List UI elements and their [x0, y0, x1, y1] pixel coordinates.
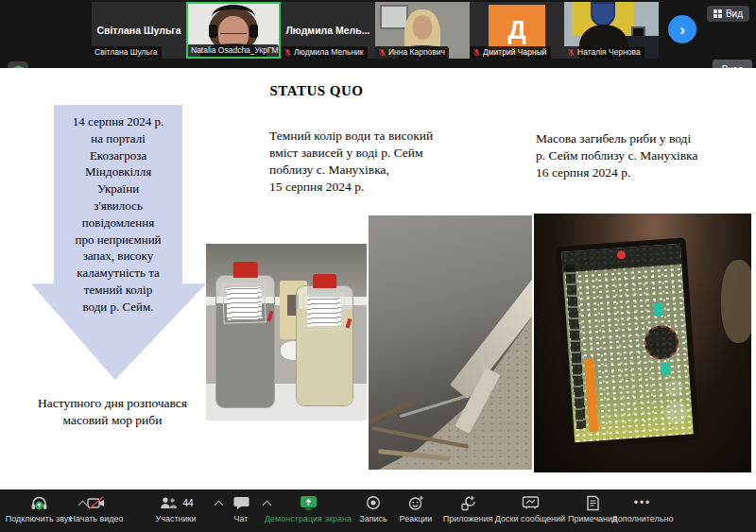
- zoom-meeting-window: Світлана Шульга Світлана Шульга Natalia …: [0, 0, 756, 532]
- down-arrow-callout: 14 серпня 2024 р. на порталі Екозагроза …: [31, 105, 206, 380]
- toolbar-label: Начать видео: [69, 514, 123, 523]
- whiteboard-icon: [522, 494, 540, 511]
- participant-face: [413, 15, 433, 40]
- more-button[interactable]: ••• Дополнительно: [618, 494, 667, 523]
- participant-name-text: Світлана Шульга: [94, 47, 158, 57]
- sample-bottle-dark: [215, 262, 275, 408]
- participants-button[interactable]: 44 Участники: [142, 494, 210, 523]
- participant-name-label: Дмитрий Чарный: [470, 46, 551, 59]
- video-off-icon: [87, 494, 106, 511]
- record-button[interactable]: Запись: [352, 494, 395, 523]
- notes-icon: [586, 494, 600, 511]
- photo-decor: [660, 363, 670, 376]
- participant-tile[interactable]: Д Дмитрий Чарный: [470, 2, 564, 59]
- muted-mic-icon: [567, 48, 576, 57]
- participants-icon: 44: [158, 494, 193, 511]
- photo-decor: [653, 302, 663, 317]
- sample-bottle-light: [296, 274, 353, 406]
- next-participants-page-button[interactable]: ›: [668, 15, 696, 43]
- participant-name-label: Инна Карпович: [375, 46, 449, 59]
- participant-name-text: Дмитрий Чарный: [483, 47, 547, 57]
- bottle-cap: [232, 262, 257, 278]
- share-screen-top-bar: [0, 59, 756, 68]
- flag-emblem: [591, 2, 615, 26]
- window-frame: [380, 5, 408, 29]
- view-button[interactable]: Вид: [707, 6, 749, 22]
- photo-caption-right: Масова загибель риби у воді р. Сейм побл…: [536, 130, 734, 181]
- more-dots-icon: •••: [634, 494, 652, 511]
- bottle-label: [223, 283, 267, 323]
- view-button-label: Вид: [726, 9, 743, 19]
- bottle-cap: [313, 274, 337, 288]
- participants-options-chevron[interactable]: [215, 501, 224, 510]
- drone-controller-screen: [556, 238, 700, 449]
- headphone-cup: [209, 25, 217, 38]
- chat-button[interactable]: Чат: [223, 494, 259, 523]
- arrow-footnote-text: Наступного дня розпочався масовий мор ри…: [9, 395, 215, 429]
- toolbar-label: Демонстрация экрана: [265, 514, 352, 523]
- participant-tile-active-speaker[interactable]: Natalia Osadcha_УкрГМ: [186, 2, 281, 59]
- headphone-cup: [249, 25, 258, 38]
- participant-name-label: Natalia Osadcha_УкрГМ: [188, 44, 279, 57]
- participant-tile[interactable]: Людмила Мель... Людмила Мельник: [281, 2, 375, 59]
- toolbar-label: Реакции: [400, 514, 433, 523]
- participant-name-text: Инна Карпович: [388, 47, 445, 57]
- photo-caption-middle: Темний колір води та високий вміст завис…: [269, 128, 458, 196]
- toolbar-label: Чат: [234, 514, 249, 523]
- share-screen-icon: [300, 494, 318, 511]
- apps-icon: [460, 494, 476, 511]
- toolbar-label: Приложения: [443, 514, 493, 523]
- participants-strip: Світлана Шульга Світлана Шульга Natalia …: [0, 0, 756, 59]
- record-dot: [617, 250, 627, 260]
- start-video-button[interactable]: Начать видео: [66, 494, 127, 523]
- muted-mic-icon: [284, 48, 292, 57]
- slide-title: STATUS QUO: [217, 83, 416, 99]
- whiteboards-button[interactable]: Доски сообщений: [490, 494, 571, 523]
- toolbar-label: Дополнительно: [612, 514, 674, 523]
- photo-water-sample-bottles: [206, 244, 367, 420]
- shared-presentation-slide: STATUS QUO 14 серпня 2024 р. на порталі …: [0, 68, 756, 489]
- bottle-label: [302, 293, 345, 330]
- reactions-button[interactable]: Реакции: [393, 494, 438, 523]
- photo-decor: [721, 260, 751, 343]
- participant-tile[interactable]: Світлана Шульга Світлана Шульга: [92, 2, 186, 59]
- toolbar-label: Запись: [359, 514, 387, 523]
- chat-icon: [233, 494, 249, 511]
- glasses: [220, 26, 247, 34]
- join-audio-button[interactable]: Подключить звук: [2, 494, 76, 523]
- photo-drone-controller-dead-fish: [534, 214, 751, 472]
- toolbar-label: Примечания: [568, 514, 617, 523]
- record-icon: [366, 494, 381, 511]
- participant-name-text: Людмила Мельник: [294, 47, 364, 57]
- grid-view-icon: [713, 9, 722, 18]
- chevron-right-icon: ›: [679, 22, 685, 38]
- participant-tile[interactable]: Инна Карпович: [375, 2, 470, 59]
- participant-name-label: Світлана Шульга: [92, 46, 162, 59]
- participant-name-label: Наталія Чернова: [564, 46, 644, 59]
- participant-name-text: Natalia Osadcha_УкрГМ: [191, 45, 279, 55]
- arrow-callout-text: 14 серпня 2024 р. на порталі Екозагроза …: [54, 113, 182, 316]
- toolbar-label: Подключить звук: [6, 514, 73, 523]
- toolbar-label: Участники: [156, 514, 197, 523]
- toolbar-label: Доски сообщений: [495, 514, 565, 523]
- participant-name-text: Наталія Чернова: [577, 47, 641, 57]
- apps-button[interactable]: Приложения: [438, 494, 497, 523]
- muted-mic-icon: [378, 48, 387, 57]
- headphones-icon: [30, 494, 48, 511]
- photo-dark-river-water: [369, 215, 532, 470]
- muted-mic-icon: [472, 48, 481, 57]
- reactions-icon: [408, 494, 424, 511]
- participant-name-label: Людмила Мельник: [281, 46, 368, 59]
- participants-count: 44: [182, 498, 193, 508]
- meeting-toolbar: Подключить звук Начать видео 44 Участник…: [0, 489, 756, 532]
- share-screen-button[interactable]: Демонстрация экрана: [255, 494, 361, 523]
- participant-tile[interactable]: Наталія Чернова: [564, 2, 659, 59]
